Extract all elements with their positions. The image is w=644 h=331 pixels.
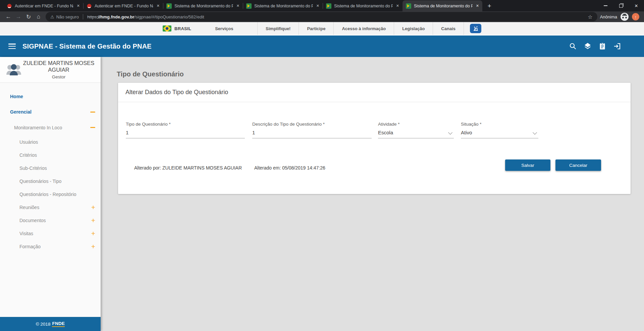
tab-close-icon[interactable]: ✕ xyxy=(395,3,400,9)
field-label: Atividade * xyxy=(378,122,454,127)
govbr-bar: BRASIL Serviços Simplifique! Participe A… xyxy=(0,22,644,36)
sidebar-item-visitas[interactable]: Visitas + xyxy=(0,227,101,240)
search-icon[interactable] xyxy=(569,42,577,51)
window-minimize-button[interactable] xyxy=(598,0,613,11)
sidebar-item-formacao[interactable]: Formação + xyxy=(0,240,101,253)
govbar-link-participe[interactable]: Participe xyxy=(299,22,333,35)
sidebar-item-criterios[interactable]: Critérios xyxy=(0,148,101,161)
main-content: Tipo de Questionário Alterar Dados do Ti… xyxy=(101,57,644,331)
forward-button[interactable]: → xyxy=(13,12,23,22)
sidebar-menu: Home Gerencial Monitoramento In Loco Usu… xyxy=(0,83,101,253)
url-text[interactable]: https://hmg.fnde.gov.br/sigpnae/#/tipoQu… xyxy=(87,14,204,19)
sidebar-item-monitoramento-in-loco[interactable]: Monitoramento In Loco xyxy=(0,120,101,135)
fnde-link[interactable]: FNDE xyxy=(52,321,65,327)
fnde-favicon xyxy=(87,3,92,9)
not-secure-label[interactable]: Não seguro xyxy=(56,14,79,19)
url-scheme: https xyxy=(87,14,97,19)
window-restore-button[interactable] xyxy=(613,0,629,11)
tab-close-icon[interactable]: ✕ xyxy=(76,3,80,9)
servicos-link[interactable]: Serviços xyxy=(206,26,233,31)
browser-update-icon[interactable]: ↑ xyxy=(632,13,639,20)
card-title: Alterar Dados do Tipo de Questionário xyxy=(118,83,631,102)
menu-label: Formação xyxy=(19,244,41,249)
back-button[interactable]: ← xyxy=(3,12,13,22)
url-host: ://hmg.fnde.gov.br xyxy=(97,14,134,19)
expand-plus-icon[interactable]: + xyxy=(91,231,95,236)
tab-close-icon[interactable]: ✕ xyxy=(236,3,240,9)
layers-icon[interactable] xyxy=(583,42,592,51)
descricao-input[interactable]: 1 xyxy=(252,130,372,138)
collapse-minus-icon[interactable] xyxy=(90,127,95,128)
tab-sistema-1[interactable]: Sistema de Monitoramento do P ✕ xyxy=(163,0,243,11)
sidebar-item-questionarios-tipo[interactable]: Questionários - Tipo xyxy=(0,175,101,188)
field-descricao: Descrição do Tipo de Questionário * 1 xyxy=(252,122,372,138)
url-path: /sigpnae/#/tipoQuestionario/582/edit xyxy=(134,14,204,19)
tab-title: Sistema de Monitoramento do P xyxy=(334,4,393,8)
edit-card: Alterar Dados do Tipo de Questionário Ti… xyxy=(118,83,631,194)
tab-sistema-3[interactable]: Sistema de Monitoramento do P ✕ xyxy=(323,0,402,11)
tab-close-icon[interactable]: ✕ xyxy=(475,3,480,9)
home-button[interactable]: ⌂ xyxy=(34,12,44,22)
atividade-select[interactable]: Escola xyxy=(378,130,454,138)
menu-hamburger-icon[interactable] xyxy=(8,44,16,49)
user-avatar xyxy=(5,63,22,77)
chevron-down-icon xyxy=(448,130,452,135)
govbar-link-acesso-informacao[interactable]: Acesso à informação xyxy=(333,22,394,35)
reload-button[interactable]: ↻ xyxy=(23,12,34,22)
incognito-icon[interactable] xyxy=(621,13,629,21)
tab-close-icon[interactable]: ✕ xyxy=(316,3,320,9)
sidebar-item-home[interactable]: Home xyxy=(0,89,101,104)
vlibras-accessibility-icon[interactable] xyxy=(470,24,481,33)
sistema-favicon xyxy=(406,3,411,9)
menu-label: Usuários xyxy=(19,139,38,145)
tab-close-icon[interactable]: ✕ xyxy=(156,3,160,9)
sistema-favicon xyxy=(246,3,252,9)
tipo-questionario-input[interactable]: 1 xyxy=(126,130,245,138)
menu-label: Documentos xyxy=(19,218,46,223)
sidebar-item-reunioes[interactable]: Reuniões + xyxy=(0,201,101,214)
chevron-down-icon xyxy=(533,130,537,135)
expand-plus-icon[interactable]: + xyxy=(91,218,95,223)
sidebar-item-usuarios[interactable]: Usuários xyxy=(0,135,101,148)
altered-by-text: Alterado por: ZULEIDE MARTINS MOSES AGUI… xyxy=(134,165,242,171)
sistema-favicon xyxy=(166,3,172,9)
collapse-minus-icon[interactable] xyxy=(90,112,95,113)
logout-icon[interactable] xyxy=(613,42,621,51)
sidebar-item-documentos[interactable]: Documentos + xyxy=(0,214,101,227)
brasil-label[interactable]: BRASIL xyxy=(174,26,191,31)
sidebar-item-questionarios-repositorio[interactable]: Questionários - Repositório xyxy=(0,188,101,201)
menu-label: Questionários - Tipo xyxy=(19,179,61,184)
cancel-button[interactable]: Cancelar xyxy=(555,159,601,171)
tab-sistema-active[interactable]: Sistema de Monitoramento do P ✕ xyxy=(402,0,482,11)
clipboard-icon[interactable] xyxy=(598,42,606,51)
field-situacao: Situação * Ativo xyxy=(461,122,538,138)
sidebar-item-sub-criterios[interactable]: Sub-Critérios xyxy=(0,161,101,175)
field-label: Situação * xyxy=(461,122,538,127)
menu-label: Gerencial xyxy=(10,109,32,115)
tab-autenticar-1[interactable]: Autenticar em FNDE - Fundo Nac ✕ xyxy=(3,0,83,11)
restore-icon xyxy=(619,4,623,8)
tab-title: Autenticar em FNDE - Fundo Nac xyxy=(95,4,153,8)
field-label: Descrição do Tipo de Questionário * xyxy=(252,122,372,127)
menu-label: Monitoramento In Loco xyxy=(14,125,62,130)
govbar-link-canais[interactable]: Canais xyxy=(433,22,464,35)
address-bar[interactable]: ⚠ Não seguro https://hmg.fnde.gov.br/sig… xyxy=(46,12,597,21)
tab-sistema-2[interactable]: Sistema de Monitoramento do P ✕ xyxy=(243,0,323,11)
tab-title: Autenticar em FNDE - Fundo Nac xyxy=(15,4,73,8)
expand-plus-icon[interactable]: + xyxy=(91,244,95,249)
copyright-text: © 2018 xyxy=(36,322,51,327)
situacao-select[interactable]: Ativo xyxy=(461,130,538,138)
sidebar-item-gerencial[interactable]: Gerencial xyxy=(0,104,101,120)
altered-at-text: Alterado em: 05/08/2019 14:47:26 xyxy=(254,165,325,171)
new-tab-button[interactable]: + xyxy=(484,1,494,11)
sistema-favicon xyxy=(326,3,331,9)
expand-plus-icon[interactable]: + xyxy=(91,205,95,210)
user-name: ZULEIDE MARTINS MOSES AGUIAR xyxy=(22,60,95,73)
sidebar: ZULEIDE MARTINS MOSES AGUIAR Gestor Home… xyxy=(0,57,101,331)
tab-autenticar-2[interactable]: Autenticar em FNDE - Fundo Nac ✕ xyxy=(83,0,163,11)
bookmark-star-icon[interactable]: ☆ xyxy=(588,14,592,20)
govbar-link-simplifique[interactable]: Simplifique! xyxy=(257,22,299,35)
save-button[interactable]: Salvar xyxy=(505,159,550,171)
window-close-button[interactable]: ✕ xyxy=(629,0,644,11)
govbar-link-legislacao[interactable]: Legislação xyxy=(394,22,433,35)
